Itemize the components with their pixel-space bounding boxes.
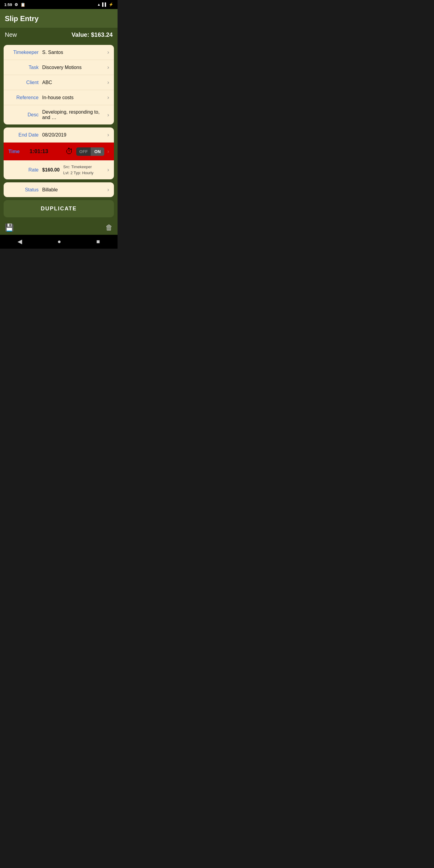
enddate-label: End Date	[8, 132, 38, 138]
rate-src: Src: Timekeeper	[63, 164, 105, 170]
task-value: Discovery Motions	[42, 65, 105, 70]
app-header: Slip Entry	[0, 9, 118, 28]
new-label: New	[5, 31, 17, 38]
battery-icon: ⚡	[109, 2, 113, 7]
enddate-value: 08/20/2019	[42, 132, 105, 138]
wifi-icon: ▲	[97, 2, 101, 7]
rate-lvl-typ: Lvl: 2 Typ: Hourly	[63, 170, 105, 176]
client-label: Client	[8, 80, 38, 85]
main-content: Timekeeper S. Santos › Task Discovery Mo…	[0, 42, 118, 220]
task-label: Task	[8, 65, 38, 70]
timer-toggle[interactable]: OFF ON	[76, 147, 104, 156]
bottom-toolbar: 💾 🗑	[0, 220, 118, 235]
card-status: Status Billable ›	[4, 182, 114, 197]
reference-chevron: ›	[107, 94, 109, 101]
rate-meta: Src: Timekeeper Lvl: 2 Typ: Hourly	[63, 164, 105, 176]
back-icon[interactable]: ◀	[18, 238, 22, 245]
timekeeper-value: S. Santos	[42, 50, 105, 55]
app-title: Slip Entry	[5, 14, 38, 23]
time-row[interactable]: Time 1:01:13 ⏱ OFF ON ›	[4, 143, 114, 160]
settings-icon: ⚙	[14, 2, 18, 7]
card-time: End Date 08/20/2019 › Time 1:01:13 ⏱ OFF…	[4, 127, 114, 179]
duplicate-label: DUPLICATE	[41, 206, 77, 212]
timekeeper-label: Timekeeper	[8, 50, 38, 55]
rate-value: $160.00	[42, 167, 60, 173]
card-info: Timekeeper S. Santos › Task Discovery Mo…	[4, 45, 114, 124]
time-chevron: ›	[107, 148, 109, 155]
reference-value: In-house costs	[42, 95, 105, 100]
stopwatch-icon: ⏱	[65, 147, 73, 156]
enddate-row[interactable]: End Date 08/20/2019 ›	[4, 127, 114, 143]
timekeeper-row[interactable]: Timekeeper S. Santos ›	[4, 45, 114, 60]
task-row[interactable]: Task Discovery Motions ›	[4, 60, 114, 75]
client-value: ABC	[42, 80, 105, 85]
toggle-on-label: ON	[91, 147, 104, 156]
reference-label: Reference	[8, 95, 38, 100]
timekeeper-chevron: ›	[107, 49, 109, 56]
clipboard-icon: 📋	[21, 2, 25, 7]
status-chevron: ›	[107, 187, 109, 193]
save-icon[interactable]: 💾	[5, 223, 14, 232]
sub-header: New Value: $163.24	[0, 28, 118, 42]
enddate-chevron: ›	[107, 132, 109, 138]
status-row[interactable]: Status Billable ›	[4, 182, 114, 197]
status-value: Billable	[42, 187, 105, 193]
duplicate-button[interactable]: DUPLICATE	[4, 200, 114, 217]
task-chevron: ›	[107, 64, 109, 70]
toggle-off-label: OFF	[76, 147, 91, 156]
time-value: 1:01:13	[30, 148, 62, 155]
reference-row[interactable]: Reference In-house costs ›	[4, 90, 114, 105]
status-time: 1:59	[4, 2, 12, 7]
trash-icon[interactable]: 🗑	[105, 223, 113, 232]
value-label: Value: $163.24	[71, 31, 113, 38]
signal-icon: ▌▌	[102, 2, 107, 7]
desc-chevron: ›	[107, 112, 109, 118]
status-label: Status	[8, 187, 38, 193]
client-chevron: ›	[107, 79, 109, 86]
desc-label: Desc	[8, 112, 38, 118]
rate-chevron: ›	[107, 167, 109, 173]
rate-row[interactable]: Rate $160.00 Src: Timekeeper Lvl: 2 Typ:…	[4, 160, 114, 179]
desc-value: Developing, responding to, and …	[42, 110, 105, 120]
desc-row[interactable]: Desc Developing, responding to, and … ›	[4, 105, 114, 124]
home-icon[interactable]: ●	[57, 238, 61, 245]
time-label: Time	[8, 149, 30, 154]
square-icon[interactable]: ■	[96, 238, 100, 245]
rate-label: Rate	[8, 167, 38, 173]
client-row[interactable]: Client ABC ›	[4, 75, 114, 90]
nav-bar: ◀ ● ■	[0, 235, 118, 249]
status-bar: 1:59 ⚙ 📋 ▲ ▌▌ ⚡	[0, 0, 118, 9]
